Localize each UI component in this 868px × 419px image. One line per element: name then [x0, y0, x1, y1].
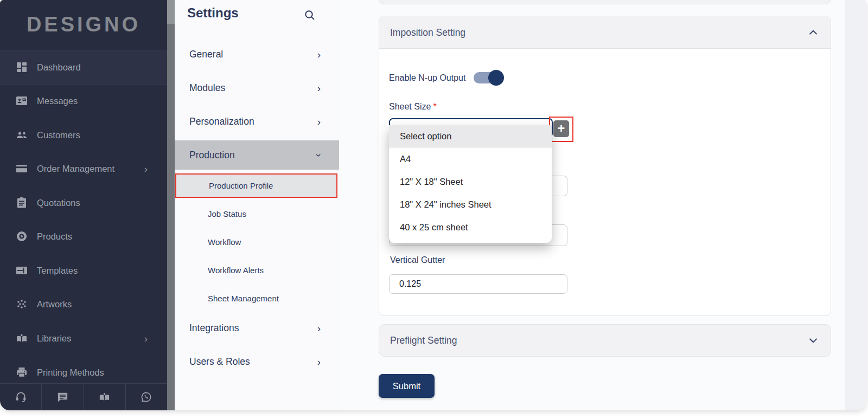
sheet-size-label: Sheet Size* [389, 102, 437, 112]
previous-section-bottom-edge [379, 0, 831, 4]
settings-subitem-workflow-alerts[interactable]: Workflow Alerts [175, 256, 339, 284]
credit-card-icon [15, 162, 28, 175]
sidebar-item-order-management[interactable]: Order Management › [0, 152, 167, 185]
settings-scrollbar-track[interactable] [167, 0, 175, 410]
settings-item-users-roles[interactable]: Users & Roles › [175, 347, 339, 376]
dropdown-option-a4[interactable]: A4 [389, 147, 552, 170]
submit-button[interactable]: Submit [379, 374, 435, 398]
dropdown-option-12x18[interactable]: 12" X 18" Sheet [389, 170, 552, 193]
settings-title: Settings [187, 5, 239, 21]
imposition-setting-title: Imposition Setting [390, 27, 465, 38]
grain-dots-icon [15, 298, 28, 311]
sidebar-item-artworks[interactable]: Artworks [0, 287, 167, 321]
settings-item-production[interactable]: Production › [175, 140, 339, 170]
main-content: Imposition Setting Enable N-up Output Sh… [339, 0, 866, 410]
required-asterisk: * [433, 102, 436, 111]
imposition-setting-header[interactable]: Imposition Setting [379, 16, 831, 49]
whatsapp-icon[interactable] [125, 384, 167, 410]
chat-icon[interactable] [41, 384, 83, 410]
sidebar-item-products[interactable]: Products [0, 220, 167, 253]
settings-item-personalization[interactable]: Personalization › [175, 107, 339, 136]
disc-icon [15, 230, 28, 243]
sidebar-footer [0, 383, 167, 410]
sidebar-item-dashboard[interactable]: Dashboard [0, 50, 167, 85]
sidebar-item-libraries[interactable]: Libraries › [0, 321, 167, 355]
enable-nup-toggle-knob[interactable] [488, 70, 504, 86]
settings-item-modules[interactable]: Modules › [175, 74, 339, 102]
contact-card-icon [15, 94, 28, 107]
preflight-setting-card[interactable]: Preflight Setting [379, 324, 831, 357]
settings-item-integrations[interactable]: Integrations › [175, 314, 339, 342]
settings-subitem-job-status[interactable]: Job Status [175, 199, 339, 228]
search-icon[interactable] [303, 9, 316, 22]
main-scrollbar-area[interactable] [845, 0, 866, 410]
dropdown-option-select[interactable]: Select option [389, 125, 552, 147]
primary-sidebar: DESIGNO Dashboard Messages Customers Ord… [0, 0, 167, 410]
enable-nup-label: Enable N-up Output [389, 73, 465, 83]
settings-subitem-workflow[interactable]: Workflow [175, 228, 339, 256]
settings-scrollbar-thumb[interactable] [167, 0, 175, 24]
chevron-down-icon[interactable] [808, 335, 819, 346]
chevron-right-icon: › [317, 83, 321, 93]
sidebar-item-templates[interactable]: Templates [0, 254, 167, 287]
template-icon [15, 264, 28, 277]
sheet-size-dropdown: Select option A4 12" X 18" Sheet 18" X 2… [389, 125, 552, 243]
vertical-gutter-label: Vertical Gutter [390, 255, 445, 265]
chevron-down-icon: › [314, 153, 324, 157]
settings-subitem-production-profile[interactable]: Production Profile [175, 173, 337, 198]
vertical-gutter-input-wrap [389, 274, 567, 294]
sidebar-item-quotations[interactable]: Quotations [0, 186, 167, 220]
chevron-right-icon: › [317, 357, 321, 367]
add-sheet-size-button[interactable]: + [553, 120, 569, 137]
app-window: DESIGNO Dashboard Messages Customers Ord… [0, 0, 866, 410]
people-icon [15, 128, 28, 141]
dropdown-option-18x24[interactable]: 18" X 24" inches Sheet [389, 193, 552, 216]
open-book-icon [15, 332, 28, 345]
dropdown-option-40x25[interactable]: 40 x 25 cm sheet [389, 216, 552, 238]
printer-icon [15, 366, 28, 379]
dashboard-icon [15, 61, 28, 74]
settings-nav-panel: Settings General › Modules › Personaliza… [175, 0, 339, 410]
clipboard-icon [15, 196, 28, 209]
sidebar-item-messages[interactable]: Messages [0, 84, 167, 118]
chevron-up-icon[interactable] [808, 27, 819, 38]
chevron-right-icon: › [144, 333, 148, 344]
chevron-right-icon: › [144, 164, 148, 174]
screenshot-stage: DESIGNO Dashboard Messages Customers Ord… [0, 0, 868, 419]
chevron-right-icon: › [317, 49, 321, 60]
library-icon[interactable] [84, 384, 125, 410]
settings-item-general[interactable]: General › [175, 40, 339, 68]
sidebar-item-customers[interactable]: Customers [0, 118, 167, 152]
headset-icon[interactable] [0, 384, 41, 410]
app-logo: DESIGNO [0, 0, 167, 49]
chevron-right-icon: › [317, 323, 321, 333]
chevron-right-icon: › [317, 117, 321, 127]
settings-subitem-sheet-management[interactable]: Sheet Management [175, 284, 339, 312]
vertical-gutter-input[interactable] [390, 275, 567, 293]
imposition-setting-card: Imposition Setting Enable N-up Output Sh… [379, 16, 831, 316]
preflight-setting-title: Preflight Setting [390, 335, 457, 346]
